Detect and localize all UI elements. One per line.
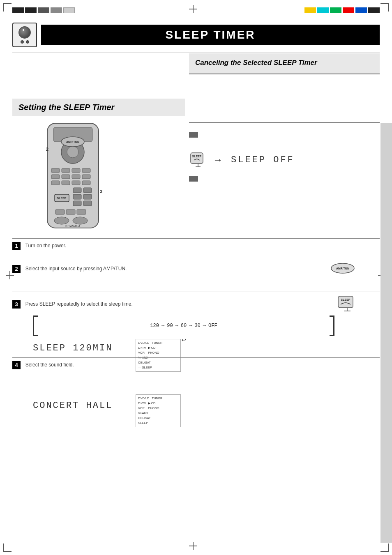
knob-icon: [18, 26, 31, 39]
dot-1: [21, 40, 24, 44]
svg-rect-23: [83, 194, 92, 199]
svg-rect-30: [55, 210, 65, 214]
sleep-off-arrow: →: [213, 154, 223, 166]
cycle-items: 120 → 90 → 60 → 30 → OFF: [38, 323, 330, 329]
page-title: SLEEP TIMER: [165, 28, 255, 41]
corner-mark-bl: [3, 543, 12, 552]
color-block: [25, 7, 37, 13]
svg-point-33: [54, 217, 69, 224]
svg-text:3: 3: [100, 189, 102, 194]
cancel-marker: [189, 131, 200, 138]
step-4-text: Select the sound field.: [25, 362, 74, 368]
step-3: 3 Press SLEEP repeatedly to select the s…: [12, 292, 380, 316]
color-block: [63, 7, 75, 13]
color-blocks-right: [304, 7, 380, 13]
cancel-step-marker: [189, 175, 200, 182]
amp-tun-svg: AMP/TUN: [330, 263, 355, 274]
return-arrow-row: ↩: [33, 337, 334, 343]
sleep-120-display: SLEEP 120MIN: [33, 343, 113, 353]
svg-text:SLEEP: SLEEP: [57, 197, 67, 200]
panel4-line1: DVD/LD TUNER: [138, 396, 178, 401]
concert-hall-display: CONCERT HALL: [33, 401, 113, 411]
step-2-number: 2: [12, 265, 21, 273]
display-panel-4: DVD/LD TUNER D>TV ▶ CD VCR PHONO V>AUX C…: [136, 394, 181, 427]
svg-rect-12: [51, 175, 60, 179]
color-block: [38, 7, 49, 13]
cycle-item-4: 30: [194, 323, 200, 329]
display-panel-4-text: DVD/LD TUNER D>TV ▶ CD VCR PHONO V>AUX C…: [138, 396, 178, 426]
return-arrow: ↩: [182, 337, 186, 343]
svg-rect-14: [72, 175, 80, 179]
remote-svg: SLEEP AMP/TUN ® YAMAHA 2 3: [35, 121, 111, 232]
cycle-item-1: 120: [150, 323, 159, 329]
setting-title: Setting the SLEEP Timer: [18, 103, 179, 112]
amp-tun-button-area: AMP/TUN: [330, 263, 355, 275]
canceling-box: Canceling the Selected SLEEP Timer: [189, 53, 380, 74]
color-block: [51, 7, 62, 13]
svg-rect-11: [82, 168, 90, 173]
svg-rect-32: [77, 210, 86, 214]
canceling-rule: [189, 122, 380, 123]
dot-2: [26, 40, 29, 44]
concert-hall-text: CONCERT HALL: [33, 401, 113, 411]
svg-rect-18: [72, 181, 80, 185]
panel4-line2: D>TV ▶ CD: [138, 401, 178, 406]
corner-mark-br: [380, 543, 389, 552]
svg-rect-13: [62, 175, 70, 179]
sleep-120-text: SLEEP 120MIN: [33, 343, 113, 353]
panel3-line2: D>TV ▶ CD: [138, 345, 178, 350]
setting-box: Setting the SLEEP Timer: [12, 99, 185, 116]
svg-text:AMP/TUN: AMP/TUN: [336, 267, 349, 270]
crosshair-bottom: [189, 542, 197, 550]
step-2: 2 Select the input source by pressing AM…: [12, 259, 380, 279]
svg-text:® YAMAHA: ® YAMAHA: [65, 225, 80, 228]
step-3-text: Press SLEEP repeatedly to select the sle…: [25, 301, 133, 307]
bracket-left: [33, 315, 38, 336]
color-block: [12, 7, 24, 13]
icon-dots: [21, 40, 29, 44]
cancel-step-square: [189, 176, 198, 182]
panel4-line4: V>AUX: [138, 411, 178, 416]
color-block-green: [330, 7, 341, 13]
panel3-line3: VCR PHONO: [138, 350, 178, 355]
svg-rect-10: [72, 168, 80, 173]
color-block-black2: [368, 7, 380, 13]
sleep-off-display: SLEEP OFF: [231, 155, 295, 165]
bracket-right: [330, 315, 334, 336]
crosshair-top: [189, 5, 197, 13]
panel4-line6: SLEEP: [138, 421, 178, 426]
svg-text:AMP/TUN: AMP/TUN: [66, 140, 79, 143]
svg-rect-0: [191, 153, 203, 164]
cancel-square: [189, 132, 198, 138]
svg-rect-8: [51, 168, 60, 173]
right-gray-bar: [380, 123, 392, 543]
svg-point-34: [73, 217, 88, 224]
sleep-button-svg: SLEEP: [189, 152, 205, 168]
svg-text:SLEEP: SLEEP: [341, 298, 350, 301]
step-1: 1 Turn on the power.: [12, 238, 380, 253]
canceling-section: Canceling the Selected SLEEP Timer: [189, 53, 380, 74]
cycle-diagram: 120 → 90 → 60 → 30 → OFF ↩: [33, 315, 334, 343]
svg-rect-16: [51, 181, 60, 185]
step-2-text: Select the input source by pressing AMP/…: [25, 266, 127, 272]
step-3-content: 3 Press SLEEP repeatedly to select the s…: [12, 300, 133, 309]
svg-rect-19: [82, 181, 90, 185]
sleep-button-area: SLEEP: [337, 295, 357, 313]
color-block-red: [343, 7, 354, 13]
svg-rect-24: [73, 201, 81, 206]
svg-rect-20: [73, 188, 81, 193]
cycle-item-2: 90: [167, 323, 173, 329]
header-title-bar: SLEEP TIMER: [41, 25, 380, 45]
svg-rect-22: [73, 194, 81, 199]
svg-rect-9: [62, 168, 70, 173]
panel3-line1: DVD/LD TUNER: [138, 341, 178, 345]
svg-rect-31: [66, 210, 75, 214]
header-icon: [12, 23, 37, 47]
step-4-number: 4: [12, 361, 21, 369]
svg-rect-15: [82, 175, 90, 179]
sleep-btn-icon-cancel: SLEEP: [189, 152, 205, 168]
svg-text:2: 2: [46, 147, 48, 152]
remote-control-image: SLEEP AMP/TUN ® YAMAHA 2 3: [35, 121, 111, 232]
panel4-line5: CBL/SAT: [138, 416, 178, 421]
cycle-item-3: 60: [181, 323, 187, 329]
